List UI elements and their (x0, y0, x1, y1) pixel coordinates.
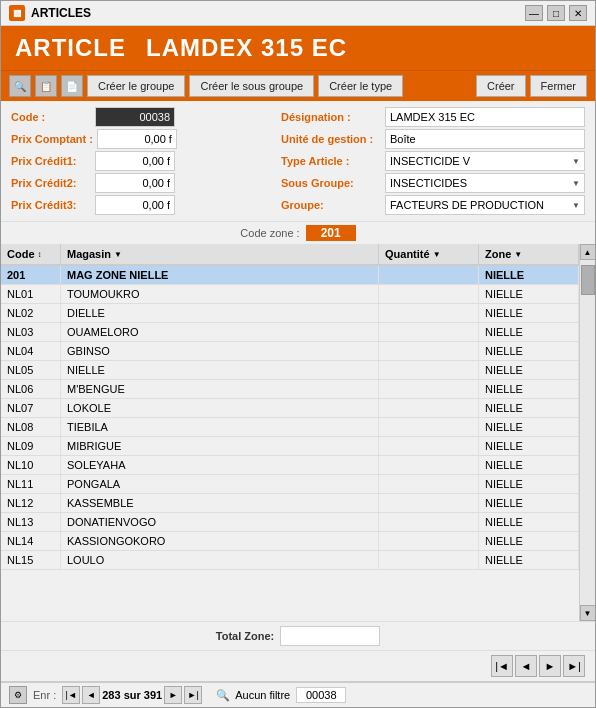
cell-zone: NIELLE (479, 513, 579, 531)
cell-zone: NIELLE (479, 551, 579, 569)
cell-quantite (379, 266, 479, 284)
table-row[interactable]: NL12 KASSEMBLE NIELLE (1, 494, 579, 513)
table-header: Code ↕ Magasin ▼ Quantité ▼ Zone ▼ (1, 244, 579, 266)
cell-code: NL04 (1, 342, 61, 360)
cell-zone: NIELLE (479, 266, 579, 284)
cell-magasin: SOLEYAHA (61, 456, 379, 474)
minimize-button[interactable]: — (525, 5, 543, 21)
code-input[interactable] (95, 107, 175, 127)
col-quantite[interactable]: Quantité ▼ (379, 244, 479, 264)
table-row[interactable]: 201 MAG ZONE NIELLE NIELLE (1, 266, 579, 285)
cell-zone: NIELLE (479, 494, 579, 512)
btn-creer-sous-groupe[interactable]: Créer le sous groupe (189, 75, 314, 97)
type-article-select[interactable]: INSECTICIDE V ▼ (385, 151, 585, 171)
nav-next-btn[interactable]: ► (539, 655, 561, 677)
cell-zone: NIELLE (479, 475, 579, 493)
table-row[interactable]: NL05 NIELLE NIELLE (1, 361, 579, 380)
cell-quantite (379, 494, 479, 512)
code-label: Code : (11, 111, 91, 123)
cell-magasin: MIBRIGUE (61, 437, 379, 455)
toolbar-icon-2[interactable]: 📋 (35, 75, 57, 97)
scroll-down-btn[interactable]: ▼ (580, 605, 596, 621)
btn-creer-type[interactable]: Créer le type (318, 75, 403, 97)
status-nav-first[interactable]: |◄ (62, 686, 80, 704)
status-icon: ⚙ (9, 686, 27, 704)
table-row[interactable]: NL15 LOULO NIELLE (1, 551, 579, 570)
codezone-label: Code zone : (240, 227, 299, 239)
prix-credit3-label: Prix Crédit3: (11, 199, 91, 211)
table-row[interactable]: NL14 KASSIONGOKORO NIELLE (1, 532, 579, 551)
sous-groupe-value: INSECTICIDES (390, 177, 467, 189)
form-section: Code : Prix Comptant : Prix Crédit1: Pri… (1, 101, 595, 221)
table-row[interactable]: NL07 LOKOLE NIELLE (1, 399, 579, 418)
btn-fermer[interactable]: Fermer (530, 75, 587, 97)
sort-arrow-code: ↕ (38, 250, 42, 259)
cell-zone: NIELLE (479, 399, 579, 417)
table-row[interactable]: NL11 PONGALA NIELLE (1, 475, 579, 494)
table-row[interactable]: NL08 TIEBILA NIELLE (1, 418, 579, 437)
toolbar-icon-3[interactable]: 📄 (61, 75, 83, 97)
sous-groupe-select[interactable]: INSECTICIDES ▼ (385, 173, 585, 193)
cell-quantite (379, 456, 479, 474)
groupe-select[interactable]: FACTEURS DE PRODUCTION ▼ (385, 195, 585, 215)
designation-input[interactable] (385, 107, 585, 127)
unite-gestion-input[interactable] (385, 129, 585, 149)
prix-credit1-input[interactable] (95, 151, 175, 171)
scroll-thumb[interactable] (581, 265, 595, 295)
groupe-label: Groupe: (281, 199, 381, 211)
table-row[interactable]: NL02 DIELLE NIELLE (1, 304, 579, 323)
col-code[interactable]: Code ↕ (1, 244, 61, 264)
total-label: Total Zone: (216, 630, 274, 642)
prix-comptant-input[interactable] (97, 129, 177, 149)
title-bar: ▦ ARTICLES — □ ✕ (1, 1, 595, 26)
cell-quantite (379, 342, 479, 360)
btn-creer-groupe[interactable]: Créer le groupe (87, 75, 185, 97)
groupe-arrow: ▼ (572, 201, 580, 210)
cell-code: NL02 (1, 304, 61, 322)
cell-zone: NIELLE (479, 532, 579, 550)
table-row[interactable]: NL13 DONATIENVOGO NIELLE (1, 513, 579, 532)
form-right: Désignation : Unité de gestion : Type Ar… (281, 107, 585, 215)
close-button[interactable]: ✕ (569, 5, 587, 21)
status-filter: 🔍 Aucun filtre (214, 686, 290, 704)
maximize-button[interactable]: □ (547, 5, 565, 21)
cell-code: NL08 (1, 418, 61, 436)
table-row[interactable]: NL01 TOUMOUKRO NIELLE (1, 285, 579, 304)
table-section: Code ↕ Magasin ▼ Quantité ▼ Zone ▼ (1, 244, 595, 621)
prix-credit3-input[interactable] (95, 195, 175, 215)
status-position: 283 sur 391 (102, 689, 162, 701)
designation-row: Désignation : (281, 107, 585, 127)
scrollbar[interactable]: ▲ ▼ (579, 244, 595, 621)
prix-credit2-input[interactable] (95, 173, 175, 193)
scroll-up-btn[interactable]: ▲ (580, 244, 596, 260)
cell-quantite (379, 399, 479, 417)
col-magasin[interactable]: Magasin ▼ (61, 244, 379, 264)
scroll-track[interactable] (580, 260, 596, 605)
sort-arrow-zone: ▼ (514, 250, 522, 259)
table-row[interactable]: NL09 MIBRIGUE NIELLE (1, 437, 579, 456)
table-row[interactable]: NL04 GBINSO NIELLE (1, 342, 579, 361)
toolbar-icon-1[interactable]: 🔍 (9, 75, 31, 97)
table-row[interactable]: NL06 M'BENGUE NIELLE (1, 380, 579, 399)
cell-zone: NIELLE (479, 437, 579, 455)
cell-zone: NIELLE (479, 285, 579, 303)
table-row[interactable]: NL03 OUAMELORO NIELLE (1, 323, 579, 342)
type-article-arrow: ▼ (572, 157, 580, 166)
nav-last-btn[interactable]: ►| (563, 655, 585, 677)
status-nav-last[interactable]: ►| (184, 686, 202, 704)
prix-credit1-row: Prix Crédit1: (11, 151, 271, 171)
cell-magasin: M'BENGUE (61, 380, 379, 398)
nav-prev-btn[interactable]: ◄ (515, 655, 537, 677)
btn-creer[interactable]: Créer (476, 75, 526, 97)
table-row[interactable]: NL10 SOLEYAHA NIELLE (1, 456, 579, 475)
prix-comptant-label: Prix Comptant : (11, 133, 93, 145)
col-zone[interactable]: Zone ▼ (479, 244, 579, 264)
window-title: ARTICLES (31, 6, 91, 20)
cell-zone: NIELLE (479, 342, 579, 360)
prix-credit3-row: Prix Crédit3: (11, 195, 271, 215)
status-nav-prev[interactable]: ◄ (82, 686, 100, 704)
cell-code: NL15 (1, 551, 61, 569)
status-nav-next[interactable]: ► (164, 686, 182, 704)
cell-magasin: PONGALA (61, 475, 379, 493)
nav-first-btn[interactable]: |◄ (491, 655, 513, 677)
